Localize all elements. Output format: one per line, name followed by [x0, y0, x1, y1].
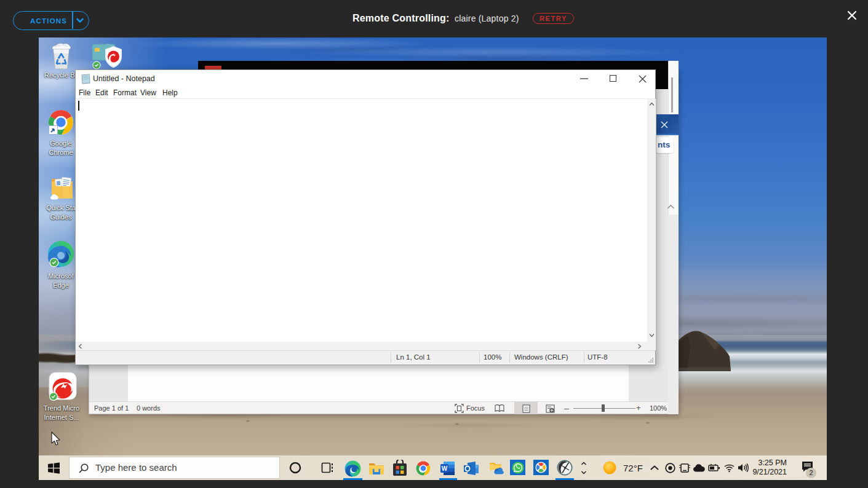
svg-text:W: W: [442, 465, 448, 472]
